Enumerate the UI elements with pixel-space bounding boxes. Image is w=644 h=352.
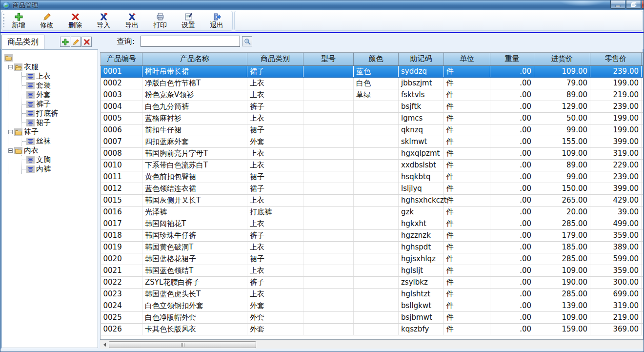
table-cell: xxdbslsbt — [399, 159, 444, 171]
collapse-icon[interactable] — [8, 130, 13, 134]
toolbar-button-import[interactable]: 导入 — [91, 11, 116, 30]
tree-item-label: 上衣 — [36, 72, 51, 81]
table-cell-partial — [642, 112, 644, 124]
tree-group-内衣[interactable]: 内衣 — [8, 146, 98, 155]
toolbar-button-add[interactable]: 新增 — [6, 11, 31, 30]
table-cell — [303, 194, 354, 206]
table-row[interactable]: 0025白色净版帽外套外套bsjbmwt件.00109.00219.00 — [101, 311, 644, 323]
tab-category[interactable]: 商品类别 — [1, 35, 44, 49]
toolbar-button-print[interactable]: 打印 — [148, 11, 172, 30]
table-cell: 外套 — [247, 311, 303, 323]
tree-item-裙子[interactable]: 裙子 — [22, 118, 98, 127]
table-row[interactable]: 0007四扣蓝麻外套外套sklmwt件.00155.00399.00 — [101, 136, 644, 147]
table-row[interactable]: 0022ZSYL花腰白裤子裤子zsylbkz件.00190.00300.00 — [101, 276, 644, 288]
table-cell: 件 — [444, 218, 490, 229]
collapse-icon[interactable] — [8, 65, 13, 69]
collapse-icon[interactable] — [8, 148, 13, 153]
table-cell: qknzq — [399, 124, 444, 136]
tree-group-衣服[interactable]: 衣服 — [8, 62, 98, 72]
table-header-cell[interactable]: 产品名称 — [142, 53, 247, 65]
tree-item-裤子[interactable]: 裤子 — [22, 100, 98, 109]
toolbar-button-exit[interactable]: 退出 — [204, 11, 229, 30]
table-header-cell[interactable]: 进货价 — [534, 53, 590, 65]
scrollbar-thumb[interactable] — [109, 341, 256, 348]
table-header-cell[interactable]: 助记码 — [399, 53, 444, 65]
table-row[interactable]: 0003粉色宽条V领衫上衣草绿fsktvls件.0089.00219.00 — [101, 89, 644, 101]
tree-item-套装[interactable]: 套装 — [22, 81, 98, 90]
tree-item-打底裤[interactable]: 打底裤 — [22, 109, 98, 118]
table-header-cell[interactable]: 型号 — [303, 53, 354, 65]
table-row[interactable]: 0019韩国黄色破洞T上衣hghspdt件.00185.00389.00 — [101, 241, 644, 253]
search-icon — [244, 38, 251, 45]
table-cell: 件 — [444, 77, 490, 89]
table-cell — [354, 159, 399, 171]
table-cell — [303, 65, 354, 77]
table-cell: lsljlyq — [399, 183, 444, 194]
table-header-cell[interactable]: 零售价 — [590, 53, 642, 65]
delete-category-button[interactable] — [81, 37, 92, 47]
table-row[interactable]: 0023韩国蓝色虎头长T上衣hglshtzt件.00285.00699.00 — [101, 288, 644, 300]
edit-category-button[interactable] — [71, 37, 81, 47]
table-cell: 上衣 — [247, 265, 303, 276]
table-header-cell[interactable]: 单位 — [444, 53, 490, 65]
table-row[interactable]: 0002净版白色竹节棉T上衣白色jbbszjmt件.0079.00199.00 — [101, 77, 644, 89]
table-cell: 件 — [444, 136, 490, 147]
table-cell — [303, 136, 354, 147]
toolbar-buttons: 新增修改删除导入导出打印设置退出 — [6, 11, 233, 30]
table-row[interactable]: 0020韩国蓝格花裙子裙子hgjsxhlqz件.00285.00599.00 — [101, 253, 644, 265]
table-row[interactable]: 0015韩国灰侧开叉长T上衣hghsxhckczt件.00265.00429.0… — [101, 194, 644, 206]
tree-item-文胸[interactable]: 文胸 — [22, 155, 98, 165]
table-cell: bsjftk — [399, 101, 444, 112]
table-row[interactable]: 0012蓝色领结连衣裙裙子lsljlyq件.00150.00399.00 — [101, 183, 644, 194]
tree-group-袜子[interactable]: 袜子 — [8, 127, 98, 137]
table-cell: 0008 — [101, 147, 142, 159]
table-cell: 白色立领钢扣外套 — [142, 300, 247, 311]
minimize-button[interactable] — [610, 0, 625, 9]
tree-item-外套[interactable]: 外套 — [22, 90, 98, 100]
tree-item-丝袜[interactable]: 丝袜 — [22, 137, 98, 146]
table-cell: 0024 — [101, 300, 142, 311]
table-row[interactable]: 0021韩国蓝色领结T上衣hglsljt件.00109.00359.00 — [101, 265, 644, 276]
table-row[interactable]: 0004白色九分筒裤裤子bsjftk件.00129.00239.00 — [101, 101, 644, 112]
table-row[interactable]: 0018韩国珍珠牛仔裤裤子hgzznzk件.00179.00359.00 — [101, 229, 644, 241]
table-cell: 树叶吊带长裙 — [142, 65, 247, 77]
tree-root[interactable] — [4, 53, 98, 62]
search-button[interactable] — [242, 36, 252, 46]
table-cell: .00 — [490, 112, 534, 124]
toolbar-button-delete[interactable]: 删除 — [63, 11, 87, 30]
toolbar-button-edit[interactable]: 修改 — [35, 11, 59, 30]
tree-item-内裤[interactable]: 内裤 — [22, 165, 98, 174]
toolbar-button-export[interactable]: 导出 — [120, 11, 144, 30]
table-cell: 件 — [444, 253, 490, 265]
table-cell: .00 — [490, 183, 534, 194]
table-row[interactable]: 0016光泽裤打底裤gzk件.0020.0039.00 — [101, 206, 644, 218]
table-cell: sklmwt — [399, 136, 444, 147]
table-header-cell[interactable]: 产品编号 — [101, 53, 142, 65]
table-row[interactable]: 0026卡其色长版风衣外套kqszbfy件.00159.00369.00 — [101, 323, 644, 335]
table-row[interactable]: 0005蓝格麻衬衫上衣lgmcs件.0050.00199.00 — [101, 112, 644, 124]
table-cell: .00 — [490, 323, 534, 335]
close-button[interactable] — [642, 0, 644, 9]
table-row[interactable]: 0010下系带白色流苏白T上衣xxdbslsbt件.0089.00229.00 — [101, 159, 644, 171]
table-row[interactable]: 0017韩国阔袖花T上衣hgkxht件.00285.00499.00 — [101, 218, 644, 229]
table-header-cell[interactable]: 商品类别 — [247, 53, 303, 65]
table-row[interactable]: 0024白色立领钢扣外套外套bsllgkwt件.00139.00319.00 — [101, 300, 644, 311]
search-input[interactable] — [141, 36, 240, 47]
table-header-cell[interactable]: 颜色 — [354, 53, 399, 65]
toolbar-button-settings[interactable]: 设置 — [176, 11, 201, 30]
table-header-cell[interactable]: 重量 — [490, 53, 534, 65]
maximize-button[interactable] — [626, 0, 641, 9]
table-row[interactable]: 0011黄色前扣包臀裙裙子hsqkbtq件.0099.00239.00 — [101, 171, 644, 183]
horizontal-scrollbar[interactable] — [100, 340, 644, 349]
table-row[interactable]: 0001树叶吊带长裙裙子蓝色syddzq件.00109.00239.00 — [101, 65, 644, 77]
add-category-button[interactable] — [60, 37, 70, 47]
table-cell: 件 — [444, 288, 490, 300]
table-row[interactable]: 0008韩国胸前亮片字母T上衣hgxqlpzmt件.00109.00319.00 — [101, 147, 644, 159]
tree-item-上衣[interactable]: 上衣 — [22, 72, 98, 81]
table-cell-partial — [642, 136, 644, 147]
table-row[interactable]: 0006前扣牛仔裙裙子qknzq件.0099.00199.00 — [101, 124, 644, 136]
table-cell: 0003 — [101, 89, 142, 101]
table-cell: syddzq — [399, 65, 444, 77]
scrollbar-left-arrow[interactable] — [100, 340, 108, 349]
toolbar-drag-handle[interactable] — [3, 14, 4, 27]
